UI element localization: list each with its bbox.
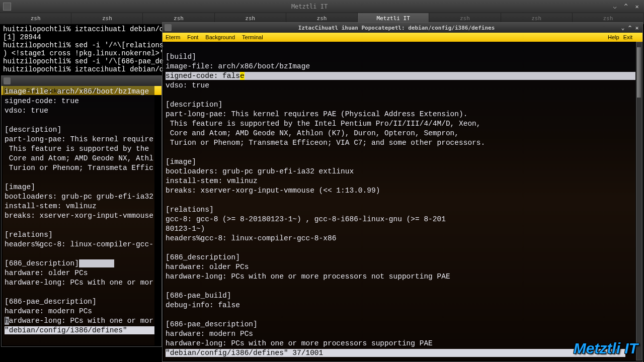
- maximize-button[interactable]: ^: [622, 3, 630, 11]
- eterm-right-content[interactable]: [build] image-file: arch/x86/boot/bzImag…: [164, 42, 635, 360]
- question-icon: [4, 77, 11, 84]
- scrollbar-thumb[interactable]: [637, 47, 641, 98]
- eterm-close-icon[interactable]: ✕: [633, 25, 640, 31]
- menu-background[interactable]: Background: [205, 34, 235, 40]
- eterm-left-content[interactable]: image-file: arch/x86/boot/bzImage signed…: [3, 86, 154, 345]
- minimize-button[interactable]: ⌵: [611, 3, 619, 11]
- main-window-titlebar: Metztli IT ⌵ ^ ✕: [0, 0, 644, 13]
- eterm-window-left: EtermFontBackgroundTerminal image-file: …: [1, 75, 162, 347]
- question-icon: [165, 24, 172, 31]
- menu-terminal[interactable]: Terminal: [242, 34, 263, 40]
- eterm-right-title: IztacCihuatl ihuan Popocatepetl: debian/…: [174, 25, 619, 31]
- window-title: Metztli IT: [11, 3, 608, 10]
- eterm-max-icon[interactable]: ^: [626, 25, 633, 31]
- menu-exit[interactable]: Exit: [623, 34, 632, 40]
- menu-font[interactable]: Font: [187, 34, 198, 40]
- eterm-left-titlebar[interactable]: [2, 76, 162, 86]
- eterm-min-icon[interactable]: ⌄: [619, 25, 626, 31]
- eterm-right-titlebar[interactable]: IztacCihuatl ihuan Popocatepetl: debian/…: [163, 23, 642, 33]
- tab-0[interactable]: zsh: [0, 13, 71, 24]
- eterm-window-right: IztacCihuatl ihuan Popocatepetl: debian/…: [162, 22, 643, 362]
- menu-help[interactable]: Help: [608, 34, 619, 40]
- menu-eterm[interactable]: Eterm: [166, 34, 180, 40]
- eterm-menu-right: EtermFontBackgroundTerminalHelpExit: [163, 33, 642, 42]
- tab-1[interactable]: zsh: [71, 13, 143, 24]
- scrollbar[interactable]: [636, 42, 642, 360]
- app-icon: [3, 3, 11, 11]
- close-button[interactable]: ✕: [633, 3, 641, 11]
